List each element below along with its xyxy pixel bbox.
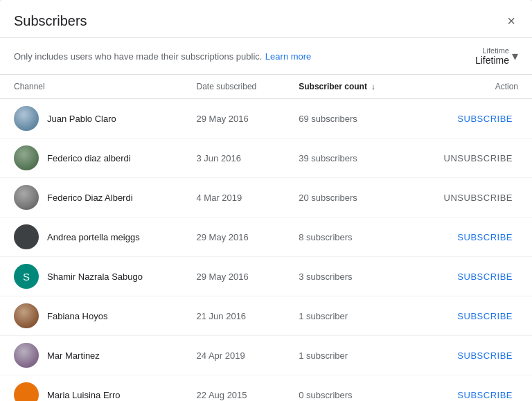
avatar: [14, 224, 39, 249]
modal-header: Subscribers ×: [0, 0, 532, 38]
action-button[interactable]: UNSUBSCRIBE: [438, 149, 518, 168]
action-button[interactable]: SUBSCRIBE: [452, 346, 518, 365]
subscribers-table-container: Channel Date subscribed Subscriber count…: [0, 75, 532, 401]
action-button[interactable]: SUBSCRIBE: [452, 109, 518, 128]
table-row: Fabiana Hoyos 21 Jun 2016 1 subscriber S…: [0, 296, 532, 336]
modal-title: Subscribers: [14, 13, 87, 29]
date-cell: 29 May 2016: [183, 257, 285, 296]
channel-name: Andrea portella meiggs: [47, 232, 140, 242]
chevron-down-icon: ▾: [512, 48, 518, 64]
avatar-letter: S: [23, 271, 30, 283]
count-cell: 20 subscribers: [285, 178, 407, 217]
date-cell: 21 Jun 2016: [183, 296, 285, 336]
col-channel: Channel: [0, 75, 183, 99]
count-cell: 39 subscribers: [285, 139, 407, 178]
channel-name: Juan Pablo Claro: [47, 114, 116, 124]
action-cell: UNSUBSCRIBE: [407, 139, 532, 178]
date-cell: 29 May 2016: [183, 217, 285, 257]
count-cell: 8 subscribers: [285, 217, 407, 257]
channel-name: Federico Diaz Alberdi: [47, 193, 133, 203]
col-count[interactable]: Subscriber count ↓: [285, 75, 407, 99]
channel-name: Federico diaz alberdi: [47, 153, 131, 163]
table-row: Mar Martinez 24 Apr 2019 1 subscriber SU…: [0, 336, 532, 375]
table-row: Juan Pablo Claro 29 May 2016 69 subscrib…: [0, 99, 532, 139]
table-row: S Shamir Nazrala Sabugo 29 May 2016 3 su…: [0, 257, 532, 296]
channel-name: Mar Martinez: [47, 350, 100, 361]
period-small-label: Lifetime: [475, 46, 509, 55]
channel-name: Fabiana Hoyos: [47, 311, 107, 321]
avatar: [14, 106, 39, 131]
period-text: Lifetime Lifetime: [475, 46, 509, 66]
modal-subheader: Only includes users who have made their …: [0, 38, 532, 75]
action-cell: SUBSCRIBE: [407, 257, 532, 296]
channel-cell: S Shamir Nazrala Sabugo: [0, 257, 183, 296]
channel-cell: Mar Martinez: [0, 336, 183, 375]
period-selector[interactable]: Lifetime Lifetime ▾: [475, 46, 518, 66]
col-action: Action: [407, 75, 532, 99]
table-body: Juan Pablo Claro 29 May 2016 69 subscrib…: [0, 99, 532, 402]
learn-more-link[interactable]: Learn more: [265, 51, 311, 62]
action-button[interactable]: UNSUBSCRIBE: [438, 188, 518, 207]
action-button[interactable]: SUBSCRIBE: [452, 307, 518, 326]
count-cell: 69 subscribers: [285, 99, 407, 139]
action-cell: SUBSCRIBE: [407, 336, 532, 375]
table-row: Maria Luisina Erro 22 Aug 2015 0 subscri…: [0, 375, 532, 402]
action-cell: SUBSCRIBE: [407, 375, 532, 402]
action-cell: SUBSCRIBE: [407, 296, 532, 336]
avatar: S: [14, 264, 39, 289]
table-row: Andrea portella meiggs 29 May 2016 8 sub…: [0, 217, 532, 257]
date-cell: 29 May 2016: [183, 99, 285, 139]
channel-cell: Maria Luisina Erro: [0, 375, 183, 402]
channel-cell: Juan Pablo Claro: [0, 99, 183, 139]
avatar: [14, 145, 39, 170]
table-row: Federico Diaz Alberdi 4 Mar 2019 20 subs…: [0, 178, 532, 217]
avatar: [14, 303, 39, 328]
count-cell: 0 subscribers: [285, 375, 407, 402]
notice-text: Only includes users who have made their …: [14, 50, 311, 62]
count-cell: 3 subscribers: [285, 257, 407, 296]
channel-cell: Fabiana Hoyos: [0, 296, 183, 336]
action-cell: SUBSCRIBE: [407, 99, 532, 139]
date-cell: 22 Aug 2015: [183, 375, 285, 402]
channel-cell: Federico diaz alberdi: [0, 139, 183, 178]
count-cell: 1 subscriber: [285, 296, 407, 336]
channel-cell: Federico Diaz Alberdi: [0, 178, 183, 217]
notice-label: Only includes users who have made their …: [14, 51, 262, 62]
table-header: Channel Date subscribed Subscriber count…: [0, 75, 532, 99]
channel-cell: Andrea portella meiggs: [0, 217, 183, 257]
channel-name: Maria Luisina Erro: [47, 390, 121, 400]
action-cell: UNSUBSCRIBE: [407, 178, 532, 217]
subscribers-modal: Subscribers × Only includes users who ha…: [0, 0, 532, 401]
period-main-label: Lifetime: [475, 55, 509, 66]
table-row: Federico diaz alberdi 3 Jun 2016 39 subs…: [0, 139, 532, 178]
count-cell: 1 subscriber: [285, 336, 407, 375]
action-cell: SUBSCRIBE: [407, 217, 532, 257]
date-cell: 4 Mar 2019: [183, 178, 285, 217]
avatar: [14, 343, 39, 368]
action-button[interactable]: SUBSCRIBE: [452, 267, 518, 286]
avatar: [14, 382, 39, 401]
date-cell: 3 Jun 2016: [183, 139, 285, 178]
channel-name: Shamir Nazrala Sabugo: [47, 271, 143, 282]
col-date: Date subscribed: [183, 75, 285, 99]
avatar: [14, 185, 39, 210]
subscribers-table: Channel Date subscribed Subscriber count…: [0, 75, 532, 401]
action-button[interactable]: SUBSCRIBE: [452, 386, 518, 402]
date-cell: 24 Apr 2019: [183, 336, 285, 375]
sort-arrow-icon: ↓: [371, 82, 375, 91]
action-button[interactable]: SUBSCRIBE: [452, 228, 518, 247]
close-button[interactable]: ×: [504, 11, 518, 30]
